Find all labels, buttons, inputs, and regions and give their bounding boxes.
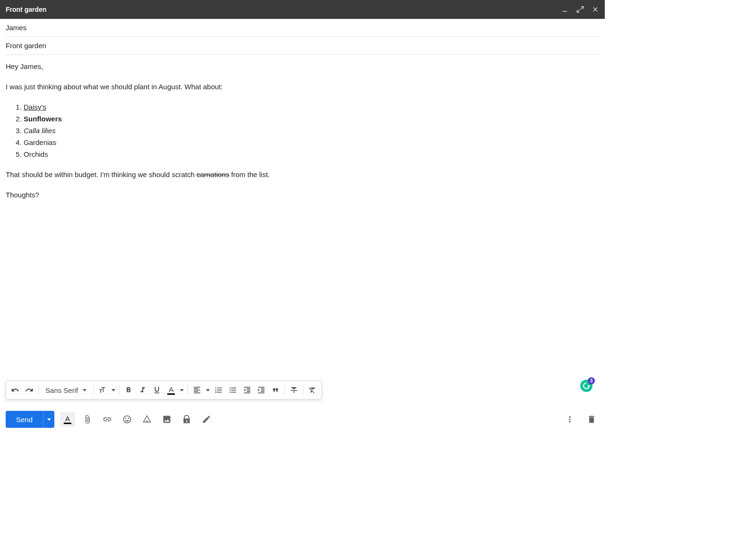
font-size-dropdown[interactable] — [110, 383, 117, 397]
strikethrough-icon[interactable] — [287, 383, 301, 397]
more-options-icon[interactable] — [562, 412, 577, 427]
indent-more-icon[interactable] — [254, 383, 268, 397]
svg-rect-0 — [563, 11, 567, 11]
chevron-down-icon — [83, 389, 86, 391]
insert-drive-icon[interactable] — [139, 412, 155, 427]
body-intro: I was just thinking about what we should… — [6, 82, 599, 92]
to-value: James — [6, 24, 26, 32]
send-button[interactable]: Send — [6, 411, 54, 428]
insert-link-icon[interactable] — [100, 412, 115, 427]
indent-less-icon[interactable] — [240, 383, 254, 397]
list-item: Gardenias — [24, 137, 599, 147]
subject-field[interactable]: Front garden — [6, 37, 599, 55]
bulleted-list-icon[interactable] — [226, 383, 240, 397]
list-item: Daisy's — [24, 102, 599, 112]
bottom-toolbar: Send A — [0, 403, 605, 435]
send-label: Send — [6, 411, 43, 428]
confidential-mode-icon[interactable] — [179, 412, 194, 427]
italic-icon[interactable] — [136, 383, 150, 397]
window-actions — [561, 6, 599, 13]
remove-formatting-icon[interactable] — [305, 383, 319, 397]
email-body[interactable]: Hey James, I was just thinking about wha… — [0, 55, 605, 217]
format-toolbar: Sans Serif A — [6, 381, 322, 400]
list-item: Sunflowers — [24, 114, 599, 124]
minimize-icon[interactable] — [561, 6, 569, 13]
chevron-down-icon — [112, 389, 115, 391]
grammarly-badge[interactable]: 3 — [580, 380, 593, 392]
body-greeting: Hey James, — [6, 61, 599, 71]
insert-signature-icon[interactable] — [199, 412, 214, 427]
attach-file-icon[interactable] — [80, 412, 95, 427]
discard-draft-icon[interactable] — [584, 412, 599, 427]
underline-icon[interactable] — [150, 383, 164, 397]
chevron-down-icon — [206, 389, 210, 391]
plant-list: Daisy's Sunflowers Calla lilies Gardenia… — [24, 102, 599, 159]
header-fields: James Front garden — [0, 19, 605, 55]
pop-in-icon[interactable] — [576, 6, 584, 13]
text-color-icon[interactable]: A — [164, 383, 178, 397]
quote-icon[interactable] — [268, 383, 283, 397]
to-field[interactable]: James — [6, 19, 599, 37]
font-family-label: Sans Serif — [45, 386, 78, 394]
font-family-picker[interactable]: Sans Serif — [41, 386, 91, 394]
send-more-dropdown[interactable] — [43, 411, 54, 428]
body-closing: Thoughts? — [6, 190, 599, 200]
insert-emoji-icon[interactable] — [120, 412, 135, 427]
window-title: Front garden — [6, 6, 46, 13]
insert-photo-icon[interactable] — [159, 412, 174, 427]
align-dropdown[interactable] — [204, 383, 212, 397]
list-item: Calla lilies — [24, 126, 599, 136]
text-color-dropdown[interactable] — [178, 383, 186, 397]
body-budget: That should be within budget. I'm thinki… — [6, 170, 599, 179]
window-titlebar: Front garden — [0, 0, 605, 19]
close-icon[interactable] — [592, 6, 599, 13]
chevron-down-icon — [180, 389, 184, 391]
formatting-toggle-button[interactable]: A — [60, 412, 75, 427]
chevron-down-icon — [47, 418, 51, 421]
grammarly-count: 3 — [588, 377, 595, 384]
subject-value: Front garden — [6, 42, 46, 50]
font-size-icon[interactable] — [95, 383, 110, 397]
list-item: Orchids — [24, 149, 599, 159]
numbered-list-icon[interactable] — [212, 383, 226, 397]
align-icon[interactable] — [190, 383, 204, 397]
redo-icon[interactable] — [22, 383, 36, 397]
bold-icon[interactable] — [121, 383, 136, 397]
undo-icon[interactable] — [8, 383, 22, 397]
